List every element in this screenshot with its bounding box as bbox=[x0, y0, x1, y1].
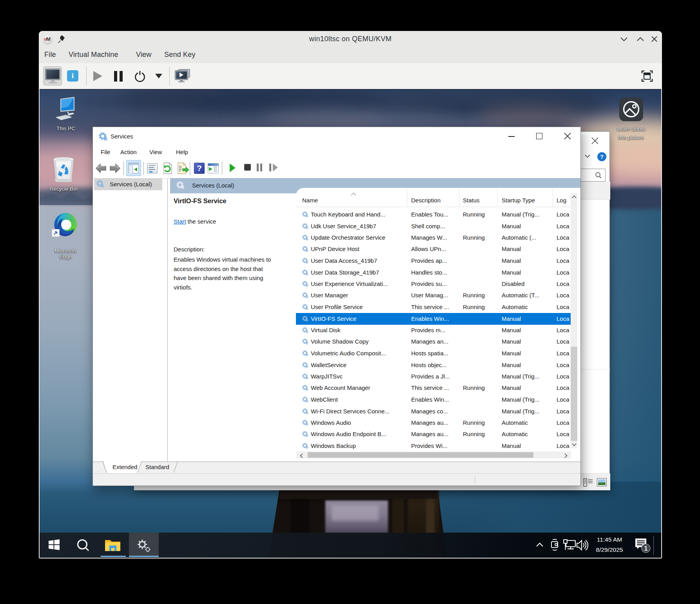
svg-text:1: 1 bbox=[644, 545, 648, 552]
